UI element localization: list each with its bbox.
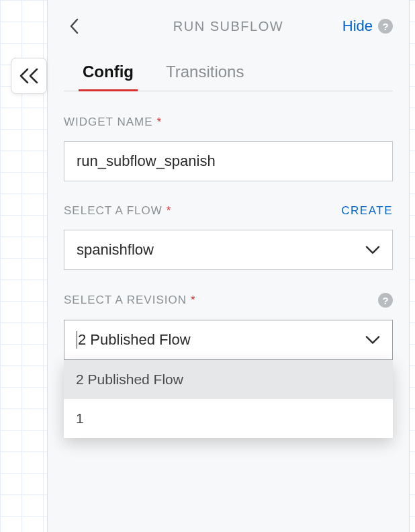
widget-name-input[interactable] bbox=[64, 141, 393, 181]
select-revision-label: SELECT A REVISION bbox=[64, 294, 187, 307]
revision-options-list: 2 Published Flow 1 bbox=[64, 360, 393, 438]
tab-config[interactable]: Config bbox=[83, 62, 134, 91]
select-flow-label: SELECT A FLOW bbox=[64, 204, 163, 218]
create-flow-link[interactable]: CREATE bbox=[341, 204, 393, 218]
tab-transitions[interactable]: Transitions bbox=[166, 62, 244, 91]
field-widget-name: WIDGET NAME * bbox=[64, 116, 393, 181]
field-select-revision: SELECT A REVISION * ? 2 Published Flow 2… bbox=[64, 293, 393, 360]
chevron-down-icon bbox=[365, 242, 380, 257]
collapse-panel-button[interactable] bbox=[11, 58, 47, 94]
help-icon[interactable]: ? bbox=[378, 19, 393, 34]
chevron-down-icon bbox=[365, 332, 380, 347]
hide-link[interactable]: Hide bbox=[342, 17, 373, 35]
required-star: * bbox=[167, 204, 171, 218]
select-revision-dropdown[interactable]: 2 Published Flow bbox=[64, 320, 393, 360]
text-cursor bbox=[77, 331, 77, 349]
revision-option[interactable]: 2 Published Flow bbox=[64, 360, 393, 399]
required-star: * bbox=[191, 294, 195, 307]
select-flow-value: spanishflow bbox=[77, 241, 154, 259]
required-star: * bbox=[157, 116, 162, 129]
tabs: Config Transitions bbox=[64, 52, 393, 91]
revision-option[interactable]: 1 bbox=[64, 399, 393, 438]
panel-header: RUN SUBFLOW Hide ? bbox=[48, 0, 409, 52]
double-chevron-left-icon bbox=[18, 68, 40, 84]
field-select-flow: SELECT A FLOW * CREATE spanishflow bbox=[64, 204, 393, 270]
select-flow-dropdown[interactable]: spanishflow bbox=[64, 230, 393, 270]
widget-name-label: WIDGET NAME bbox=[64, 116, 153, 129]
form-body: WIDGET NAME * SELECT A FLOW * CREATE spa… bbox=[48, 91, 409, 360]
chevron-left-icon bbox=[69, 18, 80, 34]
config-panel: RUN SUBFLOW Hide ? Config Transitions WI… bbox=[47, 0, 410, 532]
revision-help-icon[interactable]: ? bbox=[378, 293, 393, 308]
select-revision-value: 2 Published Flow bbox=[78, 331, 191, 349]
back-button[interactable] bbox=[64, 15, 85, 37]
